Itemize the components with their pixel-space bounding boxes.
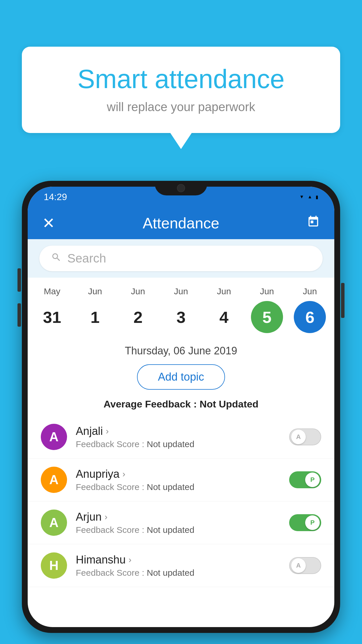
toggle-knob: P: [305, 473, 320, 487]
chevron-right-icon: ›: [129, 555, 131, 565]
cal-month-label: Jun: [131, 286, 145, 296]
app-bar: ✕ Attendance: [28, 207, 334, 239]
volume-up-button: [17, 268, 21, 292]
phone-camera: [177, 184, 185, 192]
status-time: 14:29: [44, 192, 67, 202]
wifi-icon: ▼: [299, 194, 304, 200]
cal-date-number: 6: [294, 301, 326, 333]
search-bar[interactable]: Search: [39, 246, 323, 271]
student-name: Anjali ›: [76, 425, 280, 438]
calendar-day[interactable]: Jun5: [248, 286, 286, 333]
cal-month-label: May: [44, 286, 60, 296]
student-feedback-score: Feedback Score : Not updated: [76, 482, 280, 492]
calendar-day[interactable]: Jun3: [162, 286, 200, 333]
student-item[interactable]: AAnjali ›Feedback Score : Not updatedA: [28, 416, 334, 459]
search-container: Search: [28, 239, 334, 278]
average-feedback-value: Not Updated: [200, 398, 259, 410]
volume-down-button: [17, 303, 21, 327]
avatar: A: [41, 467, 67, 493]
speech-bubble: Smart attendance will replace your paper…: [22, 47, 340, 133]
date-info: Thursday, 06 June 2019: [28, 339, 334, 358]
toggle-container[interactable]: P: [289, 471, 321, 488]
app-bar-title: Attendance: [143, 214, 219, 232]
avatar: A: [41, 424, 67, 450]
attendance-toggle[interactable]: A: [289, 557, 321, 574]
toggle-container[interactable]: A: [289, 557, 321, 574]
student-feedback-score: Feedback Score : Not updated: [76, 439, 280, 449]
student-info: Himanshu ›Feedback Score : Not updated: [76, 554, 280, 578]
student-item[interactable]: AArjun ›Feedback Score : Not updatedP: [28, 501, 334, 544]
toggle-container[interactable]: P: [289, 514, 321, 531]
status-icons: ▼ ▲ ▮: [299, 194, 318, 200]
chevron-right-icon: ›: [106, 426, 109, 436]
cal-month-label: Jun: [88, 286, 102, 296]
search-input-placeholder: Search: [67, 251, 106, 265]
student-list: AAnjali ›Feedback Score : Not updatedAAA…: [28, 416, 334, 587]
phone-outer: 14:29 ▼ ▲ ▮ ✕ Attendance: [22, 181, 340, 633]
calendar-day[interactable]: Jun2: [119, 286, 157, 333]
calendar-day[interactable]: Jun1: [76, 286, 114, 333]
power-button: [341, 283, 345, 318]
phone-notch: [155, 181, 207, 195]
toggle-container[interactable]: A: [289, 428, 321, 445]
cal-month-label: Jun: [303, 286, 317, 296]
cal-date-number: 4: [208, 301, 240, 333]
cal-date-number: 2: [122, 301, 154, 333]
calendar-day[interactable]: May31: [33, 286, 71, 333]
cal-date-number: 5: [251, 301, 283, 333]
average-feedback: Average Feedback : Not Updated: [28, 396, 334, 416]
speech-bubble-container: Smart attendance will replace your paper…: [22, 47, 340, 133]
cal-month-label: Jun: [217, 286, 231, 296]
chevron-right-icon: ›: [122, 469, 125, 479]
student-feedback-score: Feedback Score : Not updated: [76, 568, 280, 578]
cal-date-number: 1: [79, 301, 111, 333]
calendar-strip: May31Jun1Jun2Jun3Jun4Jun5Jun6: [28, 278, 334, 339]
calendar-day[interactable]: Jun4: [205, 286, 243, 333]
cal-date-number: 3: [165, 301, 197, 333]
chevron-right-icon: ›: [105, 512, 108, 522]
search-icon: [51, 252, 61, 265]
student-name: Arjun ›: [76, 511, 280, 523]
student-name: Anupriya ›: [76, 468, 280, 480]
attendance-toggle[interactable]: A: [289, 428, 321, 445]
toggle-knob: P: [305, 515, 320, 530]
calendar-button[interactable]: [307, 215, 320, 231]
student-feedback-score: Feedback Score : Not updated: [76, 525, 280, 535]
student-info: Arjun ›Feedback Score : Not updated: [76, 511, 280, 535]
average-feedback-label: Average Feedback :: [103, 398, 199, 410]
add-topic-container: Add topic: [28, 358, 334, 396]
signal-icon: ▲: [307, 194, 312, 200]
attendance-toggle[interactable]: P: [289, 514, 321, 531]
avatar: H: [41, 552, 67, 579]
close-button[interactable]: ✕: [42, 214, 55, 232]
attendance-toggle[interactable]: P: [289, 471, 321, 488]
phone-frame: 14:29 ▼ ▲ ▮ ✕ Attendance: [22, 181, 340, 644]
cal-date-number: 31: [36, 301, 68, 333]
battery-icon: ▮: [316, 194, 318, 200]
avatar: A: [41, 510, 67, 536]
student-info: Anupriya ›Feedback Score : Not updated: [76, 468, 280, 492]
toggle-knob: A: [291, 430, 306, 444]
phone-screen: 14:29 ▼ ▲ ▮ ✕ Attendance: [28, 187, 334, 627]
calendar-day[interactable]: Jun6: [291, 286, 329, 333]
cal-month-label: Jun: [174, 286, 188, 296]
student-item[interactable]: HHimanshu ›Feedback Score : Not updatedA: [28, 544, 334, 587]
toggle-knob: A: [291, 558, 306, 573]
bubble-subtitle: will replace your paperwork: [45, 100, 317, 114]
cal-month-label: Jun: [260, 286, 274, 296]
student-info: Anjali ›Feedback Score : Not updated: [76, 425, 280, 449]
student-name: Himanshu ›: [76, 554, 280, 566]
student-item[interactable]: AAnupriya ›Feedback Score : Not updatedP: [28, 459, 334, 501]
date-full: Thursday, 06 June 2019: [125, 345, 237, 357]
add-topic-button[interactable]: Add topic: [137, 364, 225, 390]
bubble-title: Smart attendance: [45, 64, 317, 94]
